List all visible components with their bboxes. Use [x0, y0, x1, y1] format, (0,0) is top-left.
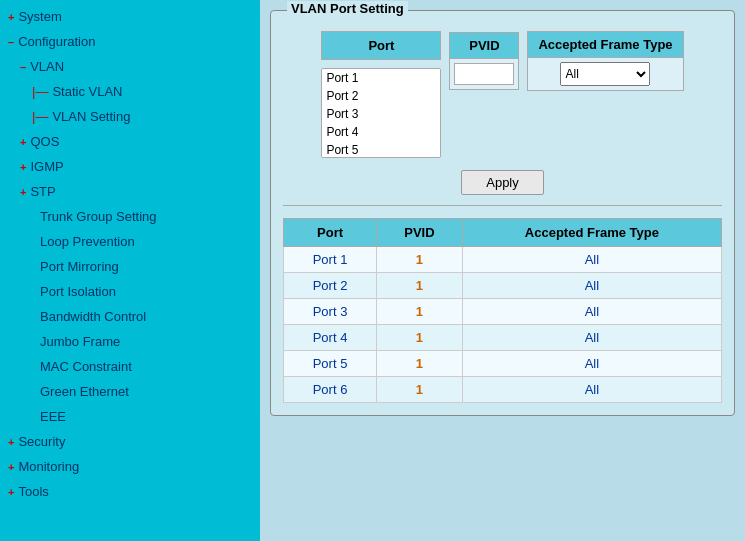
- cell-port: Port 4: [284, 325, 377, 351]
- table-row: Port 31All: [284, 299, 722, 325]
- cell-pvid: 1: [377, 273, 463, 299]
- plus-icon: +: [20, 161, 26, 173]
- cell-frame-type: All: [462, 299, 721, 325]
- sidebar-item-label: STP: [30, 184, 55, 199]
- sidebar-item-label: QOS: [30, 134, 59, 149]
- cell-pvid: 1: [377, 247, 463, 273]
- sidebar-item-system[interactable]: + System: [0, 4, 260, 29]
- apply-button[interactable]: Apply: [461, 170, 544, 195]
- pvid-field-container: PVID: [449, 32, 519, 90]
- frame-type-field-container: Accepted Frame Type All Tagged Only Unta…: [527, 31, 683, 91]
- sidebar-item-eee[interactable]: EEE: [0, 404, 260, 429]
- plus-icon: +: [8, 436, 14, 448]
- sidebar-item-port-isolation[interactable]: Port Isolation: [0, 279, 260, 304]
- sidebar-item-label: Port Mirroring: [40, 259, 119, 274]
- vlan-port-table: Port PVID Accepted Frame Type Port 11All…: [283, 218, 722, 403]
- main-content: VLAN Port Setting Port Port 1 Port 2 Por…: [260, 0, 745, 541]
- cell-pvid: 1: [377, 351, 463, 377]
- sidebar-item-green-ethernet[interactable]: Green Ethernet: [0, 379, 260, 404]
- cell-pvid: 1: [377, 377, 463, 403]
- pvid-header: PVID: [449, 32, 519, 59]
- port-list-container: Port Port 1 Port 2 Port 3 Port 4 Port 5 …: [321, 31, 441, 158]
- sidebar-item-vlan[interactable]: – VLAN: [0, 54, 260, 79]
- frame-type-select[interactable]: All Tagged Only Untagged Only: [560, 62, 650, 86]
- sidebar-item-jumbo-frame[interactable]: Jumbo Frame: [0, 329, 260, 354]
- sidebar-item-label: System: [18, 9, 61, 24]
- table-header-row: Port PVID Accepted Frame Type: [284, 219, 722, 247]
- table-row: Port 51All: [284, 351, 722, 377]
- sidebar-item-label: Configuration: [18, 34, 95, 49]
- table-row: Port 41All: [284, 325, 722, 351]
- plus-icon: +: [8, 486, 14, 498]
- th-frame-type: Accepted Frame Type: [462, 219, 721, 247]
- sidebar-item-label: Jumbo Frame: [40, 334, 120, 349]
- cell-pvid: 1: [377, 325, 463, 351]
- sidebar: + System – Configuration – VLAN |— Stati…: [0, 0, 260, 541]
- table-body: Port 11AllPort 21AllPort 31AllPort 41All…: [284, 247, 722, 403]
- sidebar-item-static-vlan[interactable]: |— Static VLAN: [0, 79, 260, 104]
- sidebar-item-vlan-setting[interactable]: |— VLAN Setting: [0, 104, 260, 129]
- port-option[interactable]: Port 1: [322, 69, 440, 87]
- port-col-header: Port: [322, 32, 441, 60]
- cell-port: Port 5: [284, 351, 377, 377]
- sidebar-item-tools[interactable]: + Tools: [0, 479, 260, 504]
- sidebar-item-configuration[interactable]: – Configuration: [0, 29, 260, 54]
- port-list-header-table: Port: [321, 31, 441, 60]
- sidebar-item-label: MAC Constraint: [40, 359, 132, 374]
- sidebar-item-qos[interactable]: + QOS: [0, 129, 260, 154]
- frame-type-header: Accepted Frame Type: [527, 31, 683, 58]
- sidebar-item-igmp[interactable]: + IGMP: [0, 154, 260, 179]
- minus-icon: –: [8, 36, 14, 48]
- cell-port: Port 1: [284, 247, 377, 273]
- plus-icon: +: [20, 186, 26, 198]
- table-row: Port 21All: [284, 273, 722, 299]
- cell-frame-type: All: [462, 377, 721, 403]
- sidebar-item-bandwidth-control[interactable]: Bandwidth Control: [0, 304, 260, 329]
- minus-icon: –: [20, 61, 26, 73]
- sidebar-item-security[interactable]: + Security: [0, 429, 260, 454]
- cell-port: Port 6: [284, 377, 377, 403]
- port-option[interactable]: Port 2: [322, 87, 440, 105]
- table-row: Port 11All: [284, 247, 722, 273]
- section-divider: [283, 205, 722, 206]
- sidebar-item-label: Green Ethernet: [40, 384, 129, 399]
- sidebar-item-mac-constraint[interactable]: MAC Constraint: [0, 354, 260, 379]
- sidebar-item-label: Monitoring: [18, 459, 79, 474]
- sidebar-item-label: VLAN: [30, 59, 64, 74]
- sidebar-item-stp[interactable]: + STP: [0, 179, 260, 204]
- cell-frame-type: All: [462, 247, 721, 273]
- cell-frame-type: All: [462, 325, 721, 351]
- sidebar-item-label: Loop Prevention: [40, 234, 135, 249]
- pvid-frame-fields: PVID Accepted Frame Type All Tagged Only…: [449, 31, 683, 91]
- pvid-input[interactable]: [454, 63, 514, 85]
- sidebar-item-label: Bandwidth Control: [40, 309, 146, 324]
- sidebar-item-port-mirroring[interactable]: Port Mirroring: [0, 254, 260, 279]
- cell-port: Port 2: [284, 273, 377, 299]
- cell-port: Port 3: [284, 299, 377, 325]
- sidebar-item-label: Security: [18, 434, 65, 449]
- port-option[interactable]: Port 4: [322, 123, 440, 141]
- apply-row: Apply: [283, 170, 722, 195]
- th-port: Port: [284, 219, 377, 247]
- sidebar-item-loop-prevention[interactable]: Loop Prevention: [0, 229, 260, 254]
- cell-pvid: 1: [377, 299, 463, 325]
- pipe-icon: |—: [32, 84, 48, 99]
- sidebar-item-label: Static VLAN: [52, 84, 122, 99]
- th-pvid: PVID: [377, 219, 463, 247]
- plus-icon: +: [8, 461, 14, 473]
- sidebar-item-label: IGMP: [30, 159, 63, 174]
- port-setting-form: Port Port 1 Port 2 Port 3 Port 4 Port 5 …: [283, 31, 722, 158]
- cell-frame-type: All: [462, 273, 721, 299]
- vlan-port-setting-panel: VLAN Port Setting Port Port 1 Port 2 Por…: [270, 10, 735, 416]
- sidebar-item-monitoring[interactable]: + Monitoring: [0, 454, 260, 479]
- port-option[interactable]: Port 5: [322, 141, 440, 158]
- port-listbox[interactable]: Port 1 Port 2 Port 3 Port 4 Port 5 Port …: [321, 68, 441, 158]
- cell-frame-type: All: [462, 351, 721, 377]
- sidebar-item-label: VLAN Setting: [52, 109, 130, 124]
- sidebar-item-label: Tools: [18, 484, 48, 499]
- sidebar-item-trunk-group-setting[interactable]: Trunk Group Setting: [0, 204, 260, 229]
- sidebar-item-label: Trunk Group Setting: [40, 209, 157, 224]
- panel-title: VLAN Port Setting: [287, 1, 408, 16]
- plus-icon: +: [8, 11, 14, 23]
- port-option[interactable]: Port 3: [322, 105, 440, 123]
